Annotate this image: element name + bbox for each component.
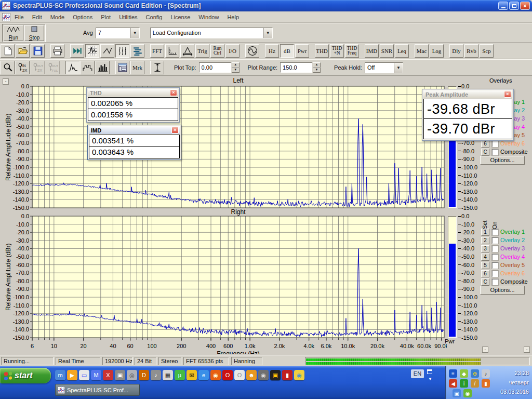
collapse-panel-button[interactable]: - bbox=[524, 347, 530, 353]
imd-window-titlebar[interactable]: IMD × bbox=[89, 126, 180, 134]
menu-window[interactable]: Window bbox=[194, 12, 223, 22]
signal-generator-button[interactable] bbox=[245, 44, 259, 58]
overlay-set-button-c[interactable]: C bbox=[481, 278, 489, 286]
pwr-units-button[interactable]: Pwr bbox=[295, 44, 309, 58]
scope-button[interactable]: Scp bbox=[480, 44, 494, 58]
start-button[interactable]: start bbox=[0, 368, 51, 383]
thd-window-titlebar[interactable]: THD × bbox=[88, 89, 178, 97]
quicklaunch-the-bat-icon[interactable]: ✉ bbox=[187, 370, 197, 380]
tray-update-wand-icon[interactable]: / bbox=[471, 379, 479, 388]
close-icon[interactable]: × bbox=[504, 91, 511, 98]
overlay-set-button-5[interactable]: 5 bbox=[481, 262, 489, 269]
quicklaunch-utorrent-icon[interactable]: µ bbox=[175, 370, 185, 380]
overlay-set-button-6[interactable]: 6 bbox=[481, 270, 489, 277]
thd-plus-n-button[interactable]: THD+N bbox=[330, 44, 344, 58]
save-file-button[interactable] bbox=[31, 44, 45, 58]
step-plot-style-button[interactable] bbox=[81, 61, 95, 74]
tray-info-agent-icon[interactable]: i bbox=[460, 379, 468, 388]
hz-units-button[interactable]: Hz bbox=[265, 44, 279, 58]
left-spectrum-plot[interactable]: 0.0-10.0-20.0-30.0-40.0-50.0-60.0-70.0-8… bbox=[0, 83, 447, 210]
plot-top-input[interactable] bbox=[199, 62, 231, 73]
menu-plot[interactable]: Plot bbox=[97, 12, 115, 22]
menu-options[interactable]: Options bbox=[69, 12, 97, 22]
run-control-button[interactable]: RunCtrl bbox=[210, 44, 224, 58]
reverb-button[interactable]: Rvb bbox=[464, 44, 478, 58]
overlay-set-button-2[interactable]: 2 bbox=[481, 237, 489, 244]
overlay-on-checkbox-3[interactable] bbox=[492, 246, 498, 252]
trigger-button[interactable]: Trig bbox=[195, 44, 209, 58]
imd-window[interactable]: IMD × 0.003541 % 0.003643 % bbox=[87, 125, 181, 160]
quicklaunch-router-icon[interactable]: D bbox=[139, 370, 149, 380]
close-icon[interactable]: × bbox=[171, 127, 179, 134]
tray-nvidia-tray-icon[interactable]: ◉ bbox=[463, 389, 472, 397]
overlay-set-button-6[interactable]: 6 bbox=[481, 140, 489, 148]
run-button[interactable]: Run bbox=[4, 25, 23, 41]
markers-button[interactable]: Mrk bbox=[130, 61, 144, 74]
collapse-overlay-button[interactable]: - bbox=[482, 347, 488, 353]
overlay-on-checkbox-6[interactable] bbox=[492, 141, 498, 147]
tray-display-settings-icon[interactable]: ≡ bbox=[449, 369, 457, 378]
new-file-button[interactable] bbox=[1, 44, 15, 58]
language-indicator[interactable]: EN bbox=[411, 369, 424, 378]
quicklaunch-messenger-icon[interactable]: m bbox=[55, 370, 65, 380]
quicklaunch-show-desktop-icon[interactable]: ▭ bbox=[79, 370, 89, 380]
tray-network-status-icon[interactable]: ⊕ bbox=[471, 369, 479, 378]
quicklaunch-server-x-icon[interactable]: X bbox=[103, 370, 113, 380]
quicklaunch-cd-drive-icon[interactable]: ◎ bbox=[127, 370, 137, 380]
minimize-button[interactable] bbox=[498, 2, 508, 10]
quicklaunch-calculator-icon[interactable]: ▦ bbox=[163, 370, 173, 380]
overlay-set-button-1[interactable]: 1 bbox=[481, 229, 489, 236]
fast-forward-button[interactable] bbox=[70, 44, 84, 58]
sonogram-view-button[interactable] bbox=[130, 44, 144, 58]
quicklaunch-audio-mixer-icon[interactable]: ♪ bbox=[151, 370, 161, 380]
zoom-in-2x-button[interactable]: IN2X bbox=[16, 61, 30, 74]
menu-file[interactable]: File bbox=[10, 12, 28, 22]
chevron-down-icon[interactable]: ▼ bbox=[263, 28, 272, 38]
quicklaunch-chrome-icon[interactable]: ◉ bbox=[294, 370, 304, 380]
logging-button[interactable]: Log bbox=[430, 44, 444, 58]
db-units-button[interactable]: dB bbox=[280, 44, 294, 58]
thd-freq-button[interactable]: THDFreq bbox=[345, 44, 359, 58]
menu-help[interactable]: Help bbox=[223, 12, 243, 22]
quicklaunch-opera-icon[interactable]: O bbox=[222, 370, 233, 380]
options-button[interactable]: Options... bbox=[480, 156, 525, 165]
menu-mode[interactable]: Mode bbox=[46, 12, 69, 22]
macro-button[interactable]: Mac bbox=[415, 44, 429, 58]
layout-icon[interactable] bbox=[427, 369, 432, 374]
time-series-view-button[interactable] bbox=[100, 44, 114, 58]
quicklaunch-firefox-icon[interactable]: ◉ bbox=[210, 370, 221, 380]
options-button[interactable]: Options... bbox=[480, 286, 525, 295]
thd-window[interactable]: THD × 0.002065 % 0.001558 % bbox=[86, 87, 180, 123]
zoom-button[interactable] bbox=[1, 61, 15, 74]
overlay-on-checkbox-4[interactable] bbox=[492, 254, 498, 260]
overlay-on-checkbox-5[interactable] bbox=[492, 262, 498, 269]
peak-hold-select[interactable]: Off ▼ bbox=[365, 62, 403, 73]
overlay-set-button-4[interactable]: 4 bbox=[481, 254, 489, 261]
chevron-down-icon[interactable]: ▼ bbox=[130, 28, 139, 38]
overlay-on-checkbox-1[interactable] bbox=[492, 229, 498, 235]
overlay-on-checkbox-c[interactable] bbox=[492, 279, 498, 285]
overlay-on-checkbox-6[interactable] bbox=[492, 271, 498, 277]
quicklaunch-media-player-icon[interactable]: ▶ bbox=[67, 370, 77, 380]
avg-select[interactable]: 7 ▼ bbox=[96, 28, 140, 38]
scale-settings-button[interactable] bbox=[165, 44, 179, 58]
vertical-scale-button[interactable] bbox=[150, 61, 164, 74]
plot-range-input[interactable] bbox=[280, 62, 312, 73]
quicklaunch-ebook-icon[interactable]: ▮ bbox=[282, 370, 292, 380]
configuration-select[interactable]: Load Configuration ▼ bbox=[150, 28, 273, 38]
taskbar-window-button[interactable]: SpectraPLUS-SC Prof... bbox=[55, 384, 140, 396]
leq-button[interactable]: Leq bbox=[395, 44, 409, 58]
open-file-button[interactable] bbox=[16, 44, 30, 58]
quicklaunch-camera-icon[interactable]: ◉ bbox=[258, 370, 269, 380]
tray-clock[interactable]: 23:28 четверг 03.03.2016 bbox=[500, 368, 529, 396]
peak-amplitude-titlebar[interactable]: Peak Amplitude × bbox=[423, 90, 512, 98]
line-plot-style-button[interactable] bbox=[65, 61, 79, 74]
right-spectrum-plot[interactable]: 0.0-10.0-20.0-30.0-40.0-50.0-60.0-70.0-8… bbox=[0, 212, 447, 354]
menu-config[interactable]: Config bbox=[142, 12, 167, 22]
waterfall-view-button[interactable] bbox=[115, 44, 129, 58]
quicklaunch-msn-icon[interactable]: M bbox=[91, 370, 101, 380]
tray-dictionary-icon[interactable]: ▮ bbox=[482, 379, 490, 388]
snr-button[interactable]: SNR bbox=[380, 44, 394, 58]
quicklaunch-internet-explorer-icon[interactable]: e bbox=[198, 370, 209, 380]
quicklaunch-archive-box-icon[interactable]: ▣ bbox=[115, 370, 125, 380]
